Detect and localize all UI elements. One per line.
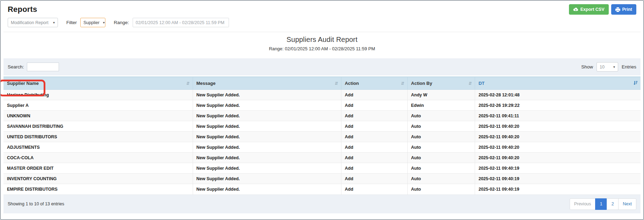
chevron-down-icon: ▾ [103, 21, 105, 24]
sort-both-icon: ⇵ [186, 81, 190, 86]
cell-action-by: Auto [407, 132, 475, 142]
column-header-action-by[interactable]: Action By ⇵ [407, 77, 475, 90]
cell-supplier: Supplier A [3, 100, 193, 111]
chevron-down-icon: ▾ [613, 65, 615, 69]
cell-dt: 2025-02-11 09:40:19 [475, 163, 641, 174]
search-label: Search: [8, 64, 24, 69]
cell-action-by: Auto [407, 174, 475, 184]
printer-icon [615, 7, 620, 12]
entries-label: Entries [622, 64, 636, 69]
sort-both-icon: ⇵ [468, 81, 472, 86]
table-row: Supplier ANew Supplier Added.AddEdwin202… [3, 100, 641, 111]
cloud-download-icon [573, 7, 578, 12]
cell-dt: 2025-02-11 09:40:19 [475, 174, 641, 184]
cell-dt: 2025-02-11 09:40:20 [475, 153, 641, 163]
cell-supplier: EMPIRE DISTRIBUTORS [3, 184, 193, 195]
table-row: SAVANNAH DISTRIBUTINGNew Supplier Added.… [3, 121, 641, 132]
cell-action: Add [341, 142, 407, 153]
table-footer: Showing 1 to 10 of 13 entries Previous 1… [3, 195, 641, 213]
table-toolbar: Search: Show 10 ▾ Entries [3, 58, 641, 75]
report-range-subtitle: Range: 02/01/2025 12:00 AM - 02/28/2025 … [3, 46, 641, 51]
pagination-next-button[interactable]: Next [618, 198, 636, 210]
cell-dt: 2025-02-11 09:40:20 [475, 142, 641, 153]
cell-action: Add [341, 163, 407, 174]
table-row: EMPIRE DISTRIBUTORSNew Supplier Added.Ad… [3, 184, 641, 195]
cell-action: Add [341, 153, 407, 163]
cell-message: New Supplier Added. [193, 174, 341, 184]
cell-supplier: UNKNOWN [3, 111, 193, 121]
cell-supplier: MASTER ORDER EDIT [3, 163, 193, 174]
cell-dt: 2025-02-11 09:40:19 [475, 184, 641, 195]
page-size-value: 10 [600, 65, 605, 69]
top-buttons: Export CSV Print [569, 4, 636, 15]
show-label: Show [581, 64, 593, 69]
pagination-page-1-button[interactable]: 1 [595, 198, 607, 210]
column-label: Action [345, 81, 359, 86]
range-label: Range: [114, 20, 129, 25]
cell-action: Add [341, 100, 407, 111]
cell-action-by: Edwin [407, 100, 475, 111]
page-title: Reports [8, 5, 636, 14]
search-input[interactable] [27, 63, 59, 71]
export-csv-button[interactable]: Export CSV [569, 4, 609, 15]
cell-action-by: Auto [407, 184, 475, 195]
cell-supplier: Horizon Distributing [3, 90, 193, 100]
cell-message: New Supplier Added. [193, 184, 341, 195]
cell-action-by: Auto [407, 142, 475, 153]
pagination-page-2-button[interactable]: 2 [607, 198, 619, 210]
page-size-select[interactable]: 10 ▾ [597, 62, 618, 72]
filter-select-value: Supplier [83, 20, 99, 25]
filter-select[interactable]: Supplier ▾ [80, 18, 105, 27]
column-header-action[interactable]: Action ⇵ [341, 77, 407, 90]
cell-supplier: SAVANNAH DISTRIBUTING [3, 121, 193, 132]
report-type-select[interactable]: Modification Report ▾ [8, 18, 58, 27]
cell-action-by: Auto [407, 153, 475, 163]
entries-summary: Showing 1 to 10 of 13 entries [8, 201, 64, 206]
cell-message: New Supplier Added. [193, 121, 341, 132]
range-input[interactable] [133, 18, 229, 27]
filter-label: Filter [66, 20, 77, 25]
column-label: Message [197, 81, 216, 86]
table-row: MASTER ORDER EDITNew Supplier Added.AddA… [3, 163, 641, 174]
pagination-previous-button[interactable]: Previous [570, 198, 596, 210]
cell-action-by: Auto [407, 163, 475, 174]
cell-message: New Supplier Added. [193, 100, 341, 111]
report-title: Suppliers Audit Report [3, 36, 641, 44]
cell-dt: 2025-02-26 19:29:22 [475, 100, 641, 111]
cell-supplier: INVENTORY COUNTING [3, 174, 193, 184]
column-header-dt[interactable]: DT [475, 77, 641, 90]
cell-supplier: COCA-COLA [3, 153, 193, 163]
table-row: INVENTORY COUNTINGNew Supplier Added.Add… [3, 174, 641, 184]
reports-page: Reports Modification Report ▾ Filter Sup… [0, 0, 644, 220]
cell-message: New Supplier Added. [193, 142, 341, 153]
column-label: Action By [411, 81, 432, 86]
sort-both-icon: ⇵ [335, 81, 338, 86]
cell-supplier: ADJUSTMENTS [3, 142, 193, 153]
top-bar: Reports Modification Report ▾ Filter Sup… [3, 1, 641, 27]
pagination: Previous 1 2 Next [570, 198, 636, 210]
column-header-message[interactable]: Message ⇵ [193, 77, 341, 90]
cell-action: Add [341, 111, 407, 121]
cell-message: New Supplier Added. [193, 90, 341, 100]
cell-dt: 2025-02-11 09:40:20 [475, 121, 641, 132]
report-controls: Modification Report ▾ Filter Supplier ▾ … [8, 18, 636, 27]
cell-message: New Supplier Added. [193, 163, 341, 174]
table-header-row: Supplier Name ⇵ Message ⇵ Action ⇵ Actio… [3, 77, 641, 90]
table-row: UNITED DISTRIBUTORSNew Supplier Added.Ad… [3, 132, 641, 142]
table-row: COCA-COLANew Supplier Added.AddAuto2025-… [3, 153, 641, 163]
table-row: ADJUSTMENTSNew Supplier Added.AddAuto202… [3, 142, 641, 153]
report-heading: Suppliers Audit Report Range: 02/01/2025… [3, 32, 641, 51]
cell-dt: 2025-02-11 09:41:11 [475, 111, 641, 121]
export-csv-label: Export CSV [580, 7, 605, 12]
cell-action-by: Auto [407, 111, 475, 121]
column-header-supplier-name[interactable]: Supplier Name ⇵ [3, 77, 193, 90]
cell-dt: 2025-02-28 12:01:48 [475, 90, 641, 100]
cell-action: Add [341, 174, 407, 184]
audit-report-table: Supplier Name ⇵ Message ⇵ Action ⇵ Actio… [3, 76, 641, 195]
column-label: DT [479, 81, 484, 86]
cell-action: Add [341, 90, 407, 100]
print-button[interactable]: Print [611, 4, 636, 15]
report-type-select-value: Modification Report [11, 20, 49, 25]
sort-both-icon: ⇵ [401, 81, 404, 86]
table-row: Horizon DistributingNew Supplier Added.A… [3, 90, 641, 100]
